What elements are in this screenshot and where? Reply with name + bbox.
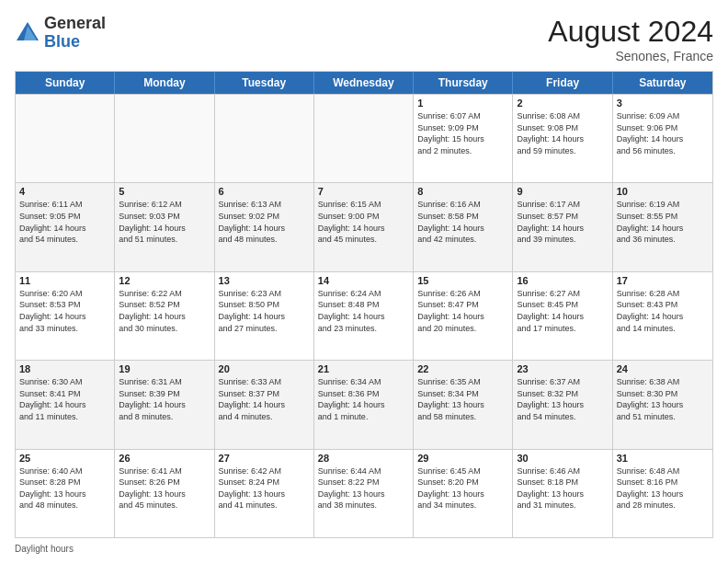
calendar-week-3: 11Sunrise: 6:20 AM Sunset: 8:53 PM Dayli… <box>16 271 712 360</box>
day-number: 15 <box>417 275 508 286</box>
day-info: Sunrise: 6:38 AM Sunset: 8:30 PM Dayligh… <box>617 376 709 422</box>
day-info: Sunrise: 6:23 AM Sunset: 8:50 PM Dayligh… <box>219 288 310 334</box>
calendar-cell: 24Sunrise: 6:38 AM Sunset: 8:30 PM Dayli… <box>613 361 712 448</box>
day-number: 4 <box>19 186 110 197</box>
day-info: Sunrise: 6:33 AM Sunset: 8:37 PM Dayligh… <box>219 376 310 422</box>
day-number: 20 <box>219 363 310 374</box>
calendar-cell: 12Sunrise: 6:22 AM Sunset: 8:52 PM Dayli… <box>115 272 214 360</box>
day-info: Sunrise: 6:48 AM Sunset: 8:16 PM Dayligh… <box>617 465 709 511</box>
footer: Daylight hours <box>15 544 713 554</box>
day-info: Sunrise: 6:15 AM Sunset: 9:00 PM Dayligh… <box>318 199 409 245</box>
day-number: 17 <box>617 275 709 286</box>
day-info: Sunrise: 6:16 AM Sunset: 8:58 PM Dayligh… <box>417 199 508 245</box>
day-number: 16 <box>517 275 608 286</box>
day-number: 18 <box>19 363 110 374</box>
calendar-cell: 7Sunrise: 6:15 AM Sunset: 9:00 PM Daylig… <box>314 183 414 270</box>
day-number: 9 <box>517 186 608 197</box>
logo-text: General Blue <box>44 15 106 52</box>
calendar-cell: 25Sunrise: 6:40 AM Sunset: 8:28 PM Dayli… <box>16 450 115 537</box>
day-number: 8 <box>417 186 508 197</box>
day-number: 10 <box>617 186 709 197</box>
calendar-week-2: 4Sunrise: 6:11 AM Sunset: 9:05 PM Daylig… <box>16 182 712 270</box>
calendar-cell: 20Sunrise: 6:33 AM Sunset: 8:37 PM Dayli… <box>215 361 314 448</box>
day-number: 27 <box>219 453 310 464</box>
header: General Blue August 2024 Senones, France <box>15 15 713 63</box>
header-thursday: Thursday <box>414 72 513 94</box>
calendar-cell: 26Sunrise: 6:41 AM Sunset: 8:26 PM Dayli… <box>115 450 214 537</box>
day-info: Sunrise: 6:11 AM Sunset: 9:05 PM Dayligh… <box>19 199 110 245</box>
calendar-week-5: 25Sunrise: 6:40 AM Sunset: 8:28 PM Dayli… <box>16 449 712 537</box>
day-number: 5 <box>119 186 210 197</box>
logo-general-text: General <box>44 15 106 33</box>
calendar-cell: 6Sunrise: 6:13 AM Sunset: 9:02 PM Daylig… <box>215 183 314 270</box>
calendar-cell <box>314 95 414 182</box>
day-number: 25 <box>19 453 110 464</box>
day-info: Sunrise: 6:40 AM Sunset: 8:28 PM Dayligh… <box>19 465 110 511</box>
subtitle: Senones, France <box>548 49 713 63</box>
calendar-cell: 8Sunrise: 6:16 AM Sunset: 8:58 PM Daylig… <box>414 183 513 270</box>
calendar-cell: 13Sunrise: 6:23 AM Sunset: 8:50 PM Dayli… <box>215 272 314 360</box>
calendar-cell: 29Sunrise: 6:45 AM Sunset: 8:20 PM Dayli… <box>414 450 513 537</box>
logo-icon <box>15 20 40 46</box>
footer-label: Daylight hours <box>15 544 74 554</box>
calendar-cell: 9Sunrise: 6:17 AM Sunset: 8:57 PM Daylig… <box>513 183 612 270</box>
calendar-cell: 1Sunrise: 6:07 AM Sunset: 9:09 PM Daylig… <box>414 95 513 182</box>
calendar-cell: 17Sunrise: 6:28 AM Sunset: 8:43 PM Dayli… <box>613 272 712 360</box>
day-info: Sunrise: 6:27 AM Sunset: 8:45 PM Dayligh… <box>517 288 608 334</box>
calendar-cell: 5Sunrise: 6:12 AM Sunset: 9:03 PM Daylig… <box>115 183 214 270</box>
day-info: Sunrise: 6:46 AM Sunset: 8:18 PM Dayligh… <box>517 465 608 511</box>
calendar-week-4: 18Sunrise: 6:30 AM Sunset: 8:41 PM Dayli… <box>16 360 712 448</box>
header-saturday: Saturday <box>613 72 712 94</box>
day-info: Sunrise: 6:20 AM Sunset: 8:53 PM Dayligh… <box>19 288 110 334</box>
header-monday: Monday <box>115 72 214 94</box>
calendar-cell: 28Sunrise: 6:44 AM Sunset: 8:22 PM Dayli… <box>314 450 414 537</box>
logo-blue-text: Blue <box>44 33 106 52</box>
day-info: Sunrise: 6:37 AM Sunset: 8:32 PM Dayligh… <box>517 376 608 422</box>
calendar-cell: 15Sunrise: 6:26 AM Sunset: 8:47 PM Dayli… <box>414 272 513 360</box>
day-number: 3 <box>617 98 709 109</box>
calendar-week-1: 1Sunrise: 6:07 AM Sunset: 9:09 PM Daylig… <box>16 94 712 182</box>
calendar-cell: 19Sunrise: 6:31 AM Sunset: 8:39 PM Dayli… <box>115 361 214 448</box>
day-info: Sunrise: 6:24 AM Sunset: 8:48 PM Dayligh… <box>318 288 409 334</box>
calendar-cell <box>16 95 115 182</box>
day-info: Sunrise: 6:22 AM Sunset: 8:52 PM Dayligh… <box>119 288 210 334</box>
page: General Blue August 2024 Senones, France… <box>0 0 728 563</box>
calendar-cell: 3Sunrise: 6:09 AM Sunset: 9:06 PM Daylig… <box>613 95 712 182</box>
calendar-cell: 18Sunrise: 6:30 AM Sunset: 8:41 PM Dayli… <box>16 361 115 448</box>
calendar-cell: 23Sunrise: 6:37 AM Sunset: 8:32 PM Dayli… <box>513 361 612 448</box>
day-info: Sunrise: 6:31 AM Sunset: 8:39 PM Dayligh… <box>119 376 210 422</box>
calendar-cell: 14Sunrise: 6:24 AM Sunset: 8:48 PM Dayli… <box>314 272 414 360</box>
day-info: Sunrise: 6:45 AM Sunset: 8:20 PM Dayligh… <box>417 465 508 511</box>
day-number: 22 <box>417 363 508 374</box>
calendar-cell: 27Sunrise: 6:42 AM Sunset: 8:24 PM Dayli… <box>215 450 314 537</box>
header-wednesday: Wednesday <box>314 72 414 94</box>
calendar-cell: 16Sunrise: 6:27 AM Sunset: 8:45 PM Dayli… <box>513 272 612 360</box>
header-tuesday: Tuesday <box>215 72 314 94</box>
title-area: August 2024 Senones, France <box>548 15 713 63</box>
calendar: Sunday Monday Tuesday Wednesday Thursday… <box>15 71 713 538</box>
day-info: Sunrise: 6:41 AM Sunset: 8:26 PM Dayligh… <box>119 465 210 511</box>
day-number: 23 <box>517 363 608 374</box>
day-number: 6 <box>219 186 310 197</box>
day-number: 1 <box>417 98 508 109</box>
day-info: Sunrise: 6:35 AM Sunset: 8:34 PM Dayligh… <box>417 376 508 422</box>
day-number: 14 <box>318 275 409 286</box>
day-number: 31 <box>617 453 709 464</box>
day-info: Sunrise: 6:42 AM Sunset: 8:24 PM Dayligh… <box>219 465 310 511</box>
calendar-cell <box>215 95 314 182</box>
calendar-cell: 4Sunrise: 6:11 AM Sunset: 9:05 PM Daylig… <box>16 183 115 270</box>
day-number: 26 <box>119 453 210 464</box>
day-number: 2 <box>517 98 608 109</box>
header-sunday: Sunday <box>16 72 115 94</box>
day-info: Sunrise: 6:44 AM Sunset: 8:22 PM Dayligh… <box>318 465 409 511</box>
day-info: Sunrise: 6:07 AM Sunset: 9:09 PM Dayligh… <box>417 110 508 156</box>
calendar-cell: 10Sunrise: 6:19 AM Sunset: 8:55 PM Dayli… <box>613 183 712 270</box>
day-number: 13 <box>219 275 310 286</box>
calendar-cell: 22Sunrise: 6:35 AM Sunset: 8:34 PM Dayli… <box>414 361 513 448</box>
day-number: 28 <box>318 453 409 464</box>
logo: General Blue <box>15 15 106 52</box>
calendar-cell: 21Sunrise: 6:34 AM Sunset: 8:36 PM Dayli… <box>314 361 414 448</box>
calendar-body: 1Sunrise: 6:07 AM Sunset: 9:09 PM Daylig… <box>16 94 712 537</box>
calendar-cell: 30Sunrise: 6:46 AM Sunset: 8:18 PM Dayli… <box>513 450 612 537</box>
day-number: 19 <box>119 363 210 374</box>
